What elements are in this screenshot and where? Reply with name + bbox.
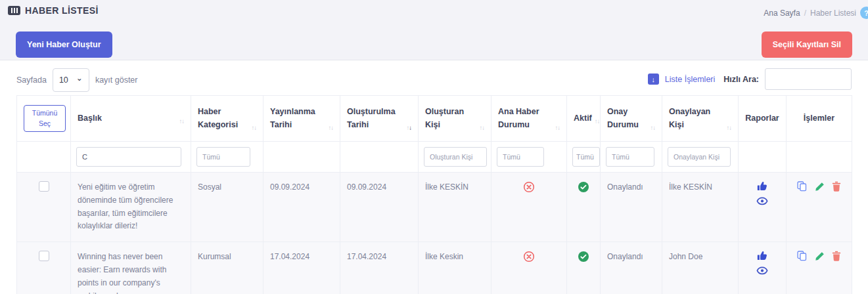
column-header-baslik[interactable]: Başlık ↑↓	[71, 96, 191, 142]
x-circle-icon	[523, 181, 535, 198]
edit-pencil-icon[interactable]	[815, 251, 825, 266]
row-checkbox[interactable]	[39, 251, 49, 261]
cell-kategori: Kurumsal	[191, 242, 263, 294]
column-header-onay-durumu[interactable]: Onay Durumu ↑↓	[601, 96, 662, 142]
cell-yayinlanma: 09.09.2024	[263, 173, 340, 242]
select-all-button[interactable]: Tümünü Seç	[24, 105, 66, 133]
copy-icon[interactable]	[797, 181, 807, 196]
sort-icon: ↑↓	[553, 124, 560, 131]
thumbs-up-icon[interactable]	[757, 251, 767, 266]
eye-icon[interactable]	[756, 266, 768, 280]
filter-onaylayan-input[interactable]	[668, 147, 731, 167]
filter-ana-haber-input[interactable]	[497, 147, 544, 167]
news-table: Tümünü Seç Başlık ↑↓ Haber Kategorisi ↑↓…	[16, 95, 852, 294]
column-header-olusturulma[interactable]: Oluşturulma Tarihi ↑↓	[340, 96, 419, 142]
breadcrumb-separator: /	[804, 9, 806, 18]
check-circle-icon	[578, 251, 589, 267]
column-header-kategori[interactable]: Haber Kategorisi ↑↓	[191, 96, 263, 142]
help-icon[interactable]: ?	[860, 7, 868, 19]
cell-yayinlanma: 17.04.2024	[263, 242, 340, 294]
column-header-onaylayan[interactable]: Onaylayan Kişi ↑↓	[662, 96, 739, 142]
filter-onay-input[interactable]	[606, 147, 654, 167]
column-header-raporlar: Raporlar	[739, 96, 787, 142]
delete-selected-button[interactable]: Seçili Kayıtları Sil	[762, 32, 852, 58]
sort-icon-active: ↑↓	[404, 124, 412, 131]
column-header-ana-haber[interactable]: Ana Haber Durumu ↑↓	[491, 96, 567, 142]
table-row: Winning has never been easier: Earn rewa…	[17, 242, 852, 294]
create-news-button[interactable]: Yeni Haber Oluştur	[16, 32, 112, 58]
page-size-prefix-label: Sayfada	[16, 75, 47, 85]
cell-olusturan: İlke KESKİN	[419, 173, 491, 242]
copy-icon[interactable]	[797, 251, 807, 266]
sort-icon: ↑↓	[326, 124, 334, 131]
top-band: HABER LİSTESİ Ana Sayfa / Haber Listesi …	[0, 0, 868, 60]
filter-row	[17, 142, 852, 173]
column-header-yayinlanma[interactable]: Yayınlanma Tarihi ↑↓	[263, 96, 340, 142]
filter-kategori-input[interactable]	[196, 147, 250, 167]
cell-olusturan: İlke Keskin	[419, 242, 491, 294]
cell-onay-durumu: Onaylandı	[601, 173, 662, 242]
cell-olusturulma: 17.04.2024	[340, 242, 419, 294]
cell-baslik: Winning has never been easier: Earn rewa…	[71, 242, 191, 294]
filter-baslik-input[interactable]	[76, 147, 181, 167]
list-actions-link[interactable]: Liste İşlemleri	[665, 75, 715, 84]
page-size-value: 10	[59, 75, 68, 85]
check-circle-icon	[578, 181, 589, 198]
breadcrumb-home[interactable]: Ana Sayfa	[764, 9, 800, 18]
delete-trash-icon[interactable]	[832, 251, 841, 266]
column-header-aktif[interactable]: Aktif ↑↓	[567, 96, 601, 142]
quick-search-input[interactable]	[765, 68, 852, 90]
edit-pencil-icon[interactable]	[815, 182, 825, 196]
sort-icon: ↑↓	[177, 117, 185, 125]
sort-icon: ↑↓	[724, 124, 732, 131]
eye-icon[interactable]	[756, 196, 768, 211]
x-circle-icon	[523, 251, 535, 267]
sort-icon: ↑↓	[477, 124, 485, 131]
header-row: Tümünü Seç Başlık ↑↓ Haber Kategorisi ↑↓…	[17, 96, 852, 142]
cell-olusturulma: 09.09.2024	[340, 173, 419, 242]
cell-onaylayan: John Doe	[662, 242, 739, 294]
delete-trash-icon[interactable]	[832, 181, 841, 196]
list-icon	[8, 6, 20, 15]
table-row: Yeni eğitim ve öğretim döneminde tüm öğr…	[17, 173, 852, 242]
sort-icon: ↑↓	[592, 117, 600, 125]
column-header-islemler: İşlemler	[787, 96, 852, 142]
cell-onaylayan: İlke KESKİN	[662, 173, 739, 242]
cell-onay-durumu: Onaylandı	[601, 242, 662, 294]
filter-aktif-input[interactable]	[572, 147, 600, 167]
breadcrumb: Ana Sayfa / Haber Listesi ?	[764, 7, 868, 19]
cell-baslik: Yeni eğitim ve öğretim döneminde tüm öğr…	[71, 173, 191, 242]
page-size-suffix-label: kayıt göster	[95, 75, 138, 85]
table-controls: Sayfada 10 ⌄ kayıt göster ↓ Liste İşleml…	[0, 68, 868, 92]
row-checkbox[interactable]	[39, 181, 49, 192]
export-download-icon[interactable]: ↓	[648, 74, 659, 85]
sort-icon: ↑↓	[648, 124, 656, 131]
thumbs-up-icon[interactable]	[757, 181, 767, 196]
breadcrumb-current: Haber Listesi	[810, 9, 856, 18]
sort-icon: ↑↓	[249, 124, 257, 131]
column-header-olusturan[interactable]: Oluşturan Kişi ↑↓	[419, 96, 491, 142]
page-title: HABER LİSTESİ	[25, 5, 99, 16]
page-size-select[interactable]: 10 ⌄	[53, 68, 89, 92]
quick-search-label: Hızlı Ara:	[723, 75, 759, 84]
cell-kategori: Sosyal	[191, 173, 263, 242]
filter-olusturan-input[interactable]	[424, 147, 487, 167]
